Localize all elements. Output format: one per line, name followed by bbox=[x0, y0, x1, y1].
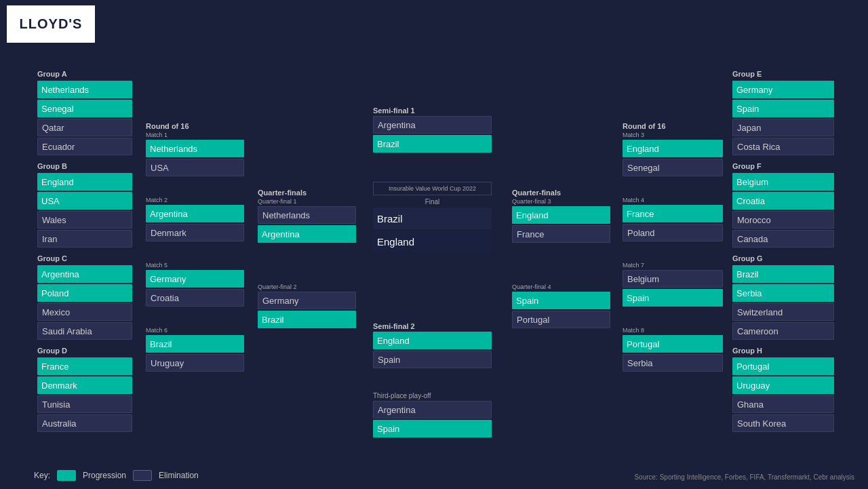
match-7: Match 7 Belgium Spain bbox=[623, 262, 723, 307]
groups-left: Group A Netherlands Senegal Qatar Ecuado… bbox=[37, 64, 132, 433]
key-section: Key: Progression Elimination bbox=[34, 470, 199, 481]
sf1-label: Semi-final 1 bbox=[373, 106, 492, 115]
qf-right-label: Quarter-finals bbox=[512, 189, 610, 197]
list-item: Argentina bbox=[373, 401, 492, 418]
match-6-label: Match 6 bbox=[146, 327, 244, 334]
qf-4-label: Quarter-final 4 bbox=[512, 283, 610, 290]
r16-right: Round of 16 Match 3 England Senegal Matc… bbox=[623, 122, 723, 381]
match-1: Match 1 Netherlands USA bbox=[146, 132, 244, 176]
group-d-label: Group D bbox=[37, 347, 132, 355]
list-item: Canada bbox=[732, 230, 834, 248]
list-item: Brazil bbox=[146, 335, 244, 353]
list-item: Switzerland bbox=[732, 303, 834, 321]
list-item: South Korea bbox=[732, 414, 834, 432]
list-item: England bbox=[373, 332, 492, 349]
qf-left: Quarter-finals Quarter-final 1 Netherlan… bbox=[258, 189, 356, 338]
list-item: Serbia bbox=[623, 354, 723, 372]
group-b-label: Group B bbox=[37, 162, 132, 170]
qf-3-label: Quarter-final 3 bbox=[512, 198, 610, 205]
list-item: England bbox=[512, 206, 610, 224]
group-h-label: Group H bbox=[732, 347, 834, 355]
list-item: Argentina bbox=[37, 265, 132, 283]
group-g: Group G Brazil Serbia Switzerland Camero… bbox=[732, 254, 834, 340]
list-item: Tunisia bbox=[37, 395, 132, 413]
group-e-label: Group E bbox=[732, 70, 834, 78]
r16-right-label: Round of 16 bbox=[623, 122, 723, 130]
list-item: Netherlands bbox=[258, 206, 356, 224]
group-a: Group A Netherlands Senegal Qatar Ecuado… bbox=[37, 70, 132, 155]
list-item: Argentina bbox=[258, 225, 356, 243]
list-item: Senegal bbox=[623, 159, 723, 176]
sf1: Semi-final 1 Argentina Brazil bbox=[373, 106, 492, 154]
list-item: Mexico bbox=[37, 303, 132, 321]
key-progression-box bbox=[57, 470, 76, 481]
list-item: USA bbox=[37, 192, 132, 210]
list-item: France bbox=[37, 357, 132, 375]
list-item: Poland bbox=[37, 284, 132, 302]
third-place-label: Third-place play-off bbox=[373, 392, 492, 399]
match-5-label: Match 5 bbox=[146, 262, 244, 269]
match-8-label: Match 8 bbox=[623, 327, 723, 334]
list-item: Germany bbox=[146, 270, 244, 288]
list-item: Belgium bbox=[732, 173, 834, 191]
list-item: Saudi Arabia bbox=[37, 322, 132, 340]
group-d: Group D France Denmark Tunisia Australia bbox=[37, 347, 132, 432]
list-item: Denmark bbox=[37, 376, 132, 394]
sf2: Semi-final 2 England Spain bbox=[373, 322, 492, 370]
qf-2: Quarter-final 2 Germany Brazil bbox=[258, 283, 356, 328]
list-item: Serbia bbox=[732, 284, 834, 302]
match-8: Match 8 Portugal Serbia bbox=[623, 327, 723, 372]
key-label: Key: bbox=[34, 471, 50, 480]
list-item: Brazil bbox=[373, 208, 492, 229]
list-item: Argentina bbox=[146, 205, 244, 222]
list-item: Spain bbox=[373, 351, 492, 368]
key-elimination-box bbox=[133, 470, 152, 481]
final-section: Insurable Value World Cup 2022 Final Bra… bbox=[373, 182, 492, 254]
match-2-label: Match 2 bbox=[146, 197, 244, 203]
qf-right: Quarter-finals Quarter-final 3 England F… bbox=[512, 189, 610, 338]
list-item: Belgium bbox=[623, 270, 723, 288]
list-item: Poland bbox=[623, 224, 723, 241]
list-item: Qatar bbox=[37, 119, 132, 136]
list-item: Denmark bbox=[146, 224, 244, 241]
match-3: Match 3 England Senegal bbox=[623, 132, 723, 176]
list-item: Uruguay bbox=[732, 376, 834, 394]
list-item: Japan bbox=[732, 119, 834, 136]
qf-1-label: Quarter-final 1 bbox=[258, 198, 356, 205]
list-item: Morocco bbox=[732, 211, 834, 229]
qf-1: Quarter-final 1 Netherlands Argentina bbox=[258, 198, 356, 243]
list-item: Germany bbox=[258, 292, 356, 309]
list-item: Portugal bbox=[512, 311, 610, 328]
group-c: Group C Argentina Poland Mexico Saudi Ar… bbox=[37, 254, 132, 340]
list-item: England bbox=[37, 173, 132, 191]
list-item: Spain bbox=[623, 289, 723, 307]
third-place: Third-place play-off Argentina Spain bbox=[373, 392, 492, 439]
list-item: Costa Rica bbox=[732, 138, 834, 155]
logo-box: LLOYD'S bbox=[7, 5, 95, 43]
match-7-label: Match 7 bbox=[623, 262, 723, 269]
source-text: Source: Sporting Intelligence, Forbes, F… bbox=[634, 473, 854, 481]
list-item: Spain bbox=[373, 420, 492, 437]
list-item: Brazil bbox=[373, 135, 492, 153]
list-item: France bbox=[512, 225, 610, 243]
qf-2-label: Quarter-final 2 bbox=[258, 283, 356, 290]
match-5: Match 5 Germany Croatia bbox=[146, 262, 244, 307]
list-item: France bbox=[623, 205, 723, 222]
r16-left: Round of 16 Match 1 Netherlands USA Matc… bbox=[146, 122, 244, 381]
match-1-label: Match 1 bbox=[146, 132, 244, 138]
match-6: Match 6 Brazil Uruguay bbox=[146, 327, 244, 372]
list-item: Argentina bbox=[373, 116, 492, 134]
r16-left-label: Round of 16 bbox=[146, 122, 244, 130]
list-item: Netherlands bbox=[37, 81, 132, 98]
match-3-label: Match 3 bbox=[623, 132, 723, 138]
list-item: Portugal bbox=[732, 357, 834, 375]
list-item: Netherlands bbox=[146, 140, 244, 157]
match-4-label: Match 4 bbox=[623, 197, 723, 203]
list-item: Iran bbox=[37, 230, 132, 248]
list-item: Ghana bbox=[732, 395, 834, 413]
list-item: Croatia bbox=[146, 289, 244, 307]
qf-4: Quarter-final 4 Spain Portugal bbox=[512, 283, 610, 328]
list-item: Senegal bbox=[37, 100, 132, 117]
qf-3: Quarter-final 3 England France bbox=[512, 198, 610, 243]
group-c-label: Group C bbox=[37, 254, 132, 262]
